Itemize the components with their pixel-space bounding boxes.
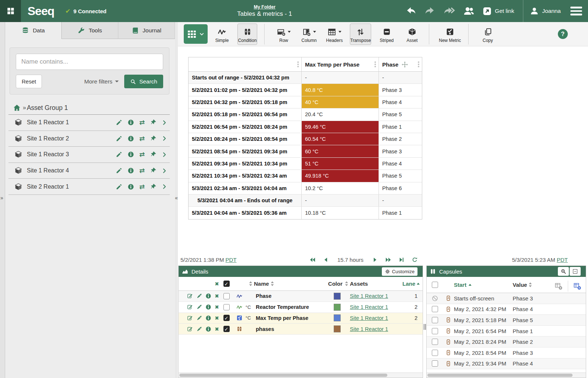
horizontal-scrollbar[interactable]: [427, 372, 586, 378]
info-icon[interactable]: [128, 167, 134, 174]
chevron-right-icon[interactable]: [162, 184, 167, 189]
capsule-row[interactable]: May 2, 2021 5:18 PM Phase 5: [427, 315, 586, 326]
capsule-row[interactable]: May 2, 2021 8:24 PM Phase 2: [427, 336, 586, 347]
remove-icon[interactable]: ✖: [215, 326, 219, 332]
column-menu-icon[interactable]: [374, 61, 376, 67]
item-name[interactable]: Phase: [256, 293, 324, 299]
add-column-blue-icon[interactable]: [573, 282, 581, 290]
pin-icon[interactable]: [150, 135, 157, 142]
chevron-right-icon[interactable]: [162, 168, 167, 174]
pin-icon[interactable]: [150, 183, 157, 190]
tab-data[interactable]: Data: [5, 22, 62, 39]
timezone-link[interactable]: PDT: [557, 257, 568, 263]
table-row[interactable]: Starts out of range - 5/2/2021 04:32 pm …: [189, 72, 422, 84]
customize-button[interactable]: Customize: [382, 267, 417, 276]
row-checkbox[interactable]: [223, 326, 230, 332]
remove-icon[interactable]: ✖: [215, 315, 219, 321]
row-checkbox[interactable]: [432, 306, 438, 312]
asset-list-item[interactable]: Site 2 Reactor 1 ⇄: [8, 179, 170, 195]
range-duration[interactable]: 15.7 hours: [337, 257, 363, 263]
move-column-icon[interactable]: [401, 61, 408, 68]
step-forward-half-icon[interactable]: [385, 257, 391, 263]
row-checkbox[interactable]: [223, 293, 230, 299]
table-row[interactable]: 5/2/2021 10:34 pm - 5/3/2021 02:34 am 49…: [189, 170, 422, 182]
table-row[interactable]: 5/2/2021 05:18 pm - 5/2/2021 06:54 pm 20…: [189, 108, 422, 121]
value-column-header[interactable]: Value: [513, 282, 527, 288]
swap-asset-icon[interactable]: ⇄: [139, 167, 145, 174]
rocket-icon[interactable]: [196, 326, 202, 332]
step-back-icon[interactable]: [323, 257, 329, 263]
reset-button[interactable]: Reset: [16, 75, 42, 88]
chevron-right-icon[interactable]: [162, 152, 167, 157]
table-row[interactable]: 5/2/2021 04:32 pm - 5/2/2021 05:18 pm 40…: [189, 96, 422, 108]
edit-icon[interactable]: [116, 151, 122, 158]
chevron-right-icon[interactable]: [162, 120, 167, 125]
connection-status[interactable]: ✔9 Connected: [65, 7, 106, 15]
table-row[interactable]: 5/2/2021 08:54 pm - 5/2/2021 09:34 pm 60…: [189, 145, 422, 157]
swap-asset-icon[interactable]: ⇄: [139, 119, 145, 126]
view-selector-button[interactable]: [184, 24, 208, 44]
name-column-header[interactable]: Name: [254, 281, 269, 287]
table-row[interactable]: 5/3/2021 04:04 am - 5/3/2021 05:36 am 10…: [189, 207, 422, 219]
pin-icon[interactable]: [150, 151, 157, 158]
capsule-row[interactable]: May 2, 2021 9:34 PM Phase 4: [427, 359, 586, 370]
start-column-header[interactable]: Start: [454, 282, 466, 288]
table-row[interactable]: 5/2/2021 09:34 pm - 5/2/2021 10:34 pm 51…: [189, 158, 422, 170]
get-link-button[interactable]: Get link: [483, 7, 514, 16]
asset-list-item[interactable]: Site 1 Reactor 1 ⇄: [8, 115, 170, 131]
row-checkbox[interactable]: [432, 350, 438, 356]
header-max-temp[interactable]: Max Temp per Phase: [302, 57, 379, 71]
select-all-checkbox[interactable]: [223, 281, 230, 287]
swap-asset-icon[interactable]: ⇄: [139, 135, 145, 142]
row-checkbox[interactable]: [432, 360, 438, 367]
users-icon[interactable]: [463, 6, 474, 17]
sort-icon[interactable]: [345, 281, 348, 286]
collapse-arrows[interactable]: »: [0, 195, 3, 201]
toolbar-striped-button[interactable]: Striped: [377, 24, 397, 45]
zoom-to-capsule-button[interactable]: [558, 267, 569, 276]
info-icon[interactable]: [205, 304, 211, 310]
remove-icon[interactable]: ✖: [215, 304, 219, 310]
info-icon[interactable]: [205, 293, 211, 299]
toolbar-simple-button[interactable]: Simple: [212, 24, 232, 45]
asset-link[interactable]: Site 1 Reactor 1: [350, 304, 388, 310]
toolbar-condition-button[interactable]: Condition: [237, 24, 257, 45]
horizontal-scrollbar[interactable]: [179, 372, 423, 378]
column-menu-icon[interactable]: [297, 61, 299, 67]
minimize-panel-button[interactable]: –: [570, 267, 581, 276]
select-all-checkbox[interactable]: [432, 282, 438, 288]
edit-icon[interactable]: [187, 315, 193, 321]
step-back-half-icon[interactable]: [309, 257, 316, 263]
sidebar-resize-gutter[interactable]: «: [175, 22, 178, 378]
info-icon[interactable]: [205, 315, 211, 321]
table-row[interactable]: 5/3/2021 04:04 am - Ends out of range - …: [189, 195, 422, 207]
details-row[interactable]: ✖ phases Site 1 Reactor 1: [179, 324, 423, 335]
toolbar-new-metric-button[interactable]: New Metric: [438, 24, 461, 45]
tab-tools[interactable]: Tools: [62, 22, 118, 39]
toolbar-asset-button[interactable]: Asset: [402, 24, 422, 45]
swap-asset-icon[interactable]: ⇄: [139, 151, 145, 158]
refresh-icon[interactable]: [412, 257, 418, 263]
panel-splitter[interactable]: [423, 265, 426, 378]
edit-icon[interactable]: [116, 119, 122, 126]
toolbar-row-button[interactable]: Row: [274, 24, 294, 45]
asset-list-item[interactable]: Site 1 Reactor 3 ⇄: [8, 147, 170, 163]
step-to-now-icon[interactable]: [398, 257, 405, 263]
range-start[interactable]: 5/2/2021 1:38 PM PDT: [180, 257, 237, 263]
rocket-icon[interactable]: [196, 293, 202, 299]
search-input[interactable]: [16, 54, 163, 70]
asset-list-item[interactable]: Site 1 Reactor 2 ⇄: [8, 131, 170, 147]
edit-icon[interactable]: [116, 183, 122, 190]
capsule-row[interactable]: May 2, 2021 8:54 PM Phase 3: [427, 347, 586, 359]
item-name[interactable]: Max Temp per Phase: [256, 315, 324, 321]
details-row[interactable]: ✖ °C Max Temp per Phase Site 1 Reactor 1…: [179, 313, 423, 324]
edit-icon[interactable]: [187, 304, 193, 310]
user-menu[interactable]: Joanna: [530, 7, 561, 15]
row-checkbox[interactable]: [432, 328, 438, 334]
info-icon[interactable]: [128, 119, 134, 126]
hamburger-menu-icon[interactable]: [570, 7, 582, 15]
row-checkbox[interactable]: [432, 317, 438, 323]
asset-group-name[interactable]: Asset Group 1: [27, 104, 68, 112]
tab-journal[interactable]: Journal: [118, 22, 175, 39]
splitter-handle-icon[interactable]: [423, 321, 426, 332]
